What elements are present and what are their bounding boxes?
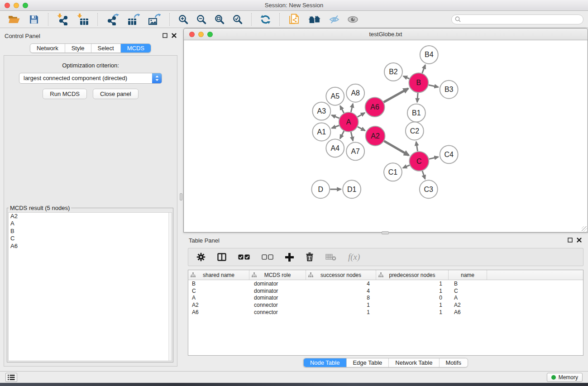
edge-B-B1[interactable]	[417, 93, 418, 102]
column-header-predecessor-nodes[interactable]: predecessor nodes	[376, 270, 449, 280]
close-panel-button-mcds[interactable]: Close panel	[93, 89, 139, 99]
task-history-button[interactable]	[5, 373, 17, 382]
zoom-selected-button[interactable]	[232, 14, 244, 25]
column-header-name[interactable]: name	[449, 270, 487, 280]
delete-table-icon	[325, 253, 336, 261]
tab-select[interactable]: Select	[91, 44, 121, 52]
network-window-titlebar[interactable]: testGlobe.txt	[184, 29, 588, 40]
mcds-result-item[interactable]: B	[9, 228, 172, 235]
gear-icon	[196, 253, 206, 262]
plus-icon	[285, 253, 294, 262]
application-window: Session: New Session	[0, 0, 588, 386]
export-network-button[interactable]	[105, 13, 120, 26]
tab-network-table[interactable]: Network Table	[389, 358, 439, 367]
edge-C-C2[interactable]	[416, 142, 417, 151]
open-session-button[interactable]	[7, 14, 21, 25]
criterion-dropdown[interactable]: largest connected component (directed)	[19, 73, 162, 84]
import-network-button[interactable]	[56, 13, 70, 26]
table-cell: dominator	[249, 288, 306, 294]
network-canvas[interactable]: B4B2BB3A5A8A6A3B1AA1C2A2A4A7C4CC1C3DD1	[184, 40, 587, 232]
table-row[interactable]: Cdominator41C	[188, 287, 583, 295]
mcds-result-item[interactable]: C	[9, 235, 172, 242]
zoom-in-button[interactable]	[177, 14, 189, 25]
zoom-in-icon	[178, 14, 188, 24]
edge-C-C4[interactable]	[429, 157, 439, 159]
column-header-shared-name[interactable]: shared name	[188, 270, 249, 280]
edge-A-A8[interactable]	[351, 104, 353, 112]
hide-visibility-button[interactable]	[328, 14, 340, 25]
table-settings-button[interactable]	[196, 253, 206, 262]
float-table-panel-button[interactable]	[568, 238, 573, 243]
show-visibility-button[interactable]	[347, 14, 359, 24]
toolbar-separator	[48, 13, 48, 26]
scrollbar-track[interactable]	[168, 213, 172, 361]
node-label-C: C	[416, 157, 422, 165]
mcds-result-item[interactable]: A	[9, 220, 172, 227]
edge-A-A1[interactable]	[332, 125, 339, 128]
mcds-result-item[interactable]: A2	[9, 213, 172, 220]
edge-A-A2[interactable]	[358, 127, 365, 131]
close-panel-button[interactable]	[172, 33, 177, 38]
table-row[interactable]: Bdominator41B	[188, 280, 583, 287]
refresh-icon	[260, 14, 271, 24]
import-table-button[interactable]	[76, 13, 90, 26]
float-panel-button[interactable]	[163, 33, 167, 38]
table-cell: A6	[449, 309, 487, 315]
tab-style[interactable]: Style	[65, 44, 91, 52]
edge-A-A4[interactable]	[340, 131, 344, 139]
add-column-button[interactable]	[285, 253, 294, 262]
delete-table-button[interactable]	[325, 253, 336, 261]
node-label-B1: B1	[412, 109, 421, 117]
edge-C-C3[interactable]	[422, 171, 425, 179]
run-mcds-button[interactable]: Run MCDS	[43, 89, 87, 99]
home-view-button[interactable]	[307, 14, 322, 25]
table-panel-title: Table Panel	[189, 237, 220, 244]
tab-network[interactable]: Network	[30, 44, 65, 52]
select-all-checkboxes-button[interactable]	[238, 254, 250, 260]
save-session-button[interactable]	[28, 13, 40, 26]
table-cell: 1	[376, 288, 449, 294]
tab-edge-table[interactable]: Edge Table	[346, 358, 389, 367]
deselect-all-checkboxes-button[interactable]	[262, 254, 273, 260]
edge-A-A5[interactable]	[340, 106, 344, 113]
tab-motifs[interactable]: Motifs	[439, 358, 468, 367]
edge-A6-B[interactable]	[384, 89, 408, 102]
resize-grip[interactable]	[582, 226, 587, 232]
table-row[interactable]: A6connector11A6	[188, 309, 583, 316]
edge-B-B4[interactable]	[422, 65, 425, 73]
dropdown-stepper-icon	[152, 73, 162, 83]
column-header-successor-nodes[interactable]: successor nodes	[306, 270, 376, 280]
edge-B-B3[interactable]	[429, 85, 439, 87]
edge-C-C1[interactable]	[403, 165, 410, 168]
memory-button[interactable]: Memory	[547, 373, 583, 382]
close-table-panel-button[interactable]	[577, 238, 582, 243]
trash-icon	[306, 253, 314, 262]
vertical-splitter-handle[interactable]	[180, 193, 182, 200]
export-table-button[interactable]	[126, 13, 141, 26]
criterion-value: largest connected component (directed)	[19, 73, 162, 83]
tab-mcds[interactable]: MCDS	[121, 44, 151, 52]
search-input[interactable]	[463, 16, 583, 23]
mcds-result-item[interactable]: A6	[9, 243, 172, 250]
node-label-C4: C4	[444, 151, 454, 158]
edge-A-A6[interactable]	[358, 113, 365, 117]
zoom-out-button[interactable]	[196, 14, 207, 25]
split-columns-button[interactable]	[217, 253, 226, 261]
apply-function-button[interactable]: f(x)	[348, 252, 360, 262]
edge-A2-C[interactable]	[384, 141, 409, 156]
zoom-fit-button[interactable]	[214, 14, 225, 25]
edge-B-B2[interactable]	[403, 76, 409, 79]
horizontal-splitter-handle[interactable]	[382, 231, 389, 234]
column-header-MCDS-role[interactable]: MCDS role	[249, 270, 306, 280]
table-row[interactable]: Adominator80A	[188, 295, 583, 302]
refresh-view-button[interactable]	[259, 14, 272, 25]
tab-node-table[interactable]: Node Table	[304, 358, 347, 367]
edge-A-A3[interactable]	[332, 115, 339, 119]
network-document-button[interactable]	[287, 13, 301, 26]
export-image-button[interactable]	[147, 13, 162, 26]
edge-A-A7[interactable]	[351, 132, 353, 141]
delete-columns-button[interactable]	[306, 253, 314, 262]
column-header-filler	[487, 270, 583, 280]
table-row[interactable]: A2connector11A2	[188, 301, 583, 309]
mcds-result-list[interactable]: A2ABCA6	[8, 212, 172, 361]
